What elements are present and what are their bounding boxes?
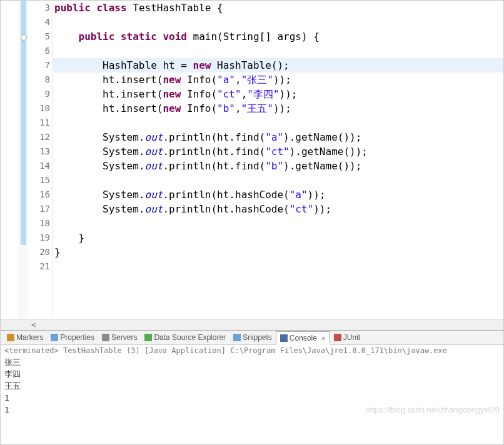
- console-output-line: 王五: [4, 380, 500, 392]
- horizontal-scrollbar[interactable]: <: [1, 319, 503, 330]
- console-icon: [280, 334, 288, 342]
- code-line[interactable]: [53, 15, 503, 29]
- line-number: 21: [28, 259, 50, 274]
- snippets-icon: [233, 334, 241, 341]
- code-line[interactable]: ht.insert(new Info("b","王五"));: [53, 101, 503, 116]
- line-number: 5: [28, 29, 50, 44]
- tab-junit[interactable]: JUnit: [330, 331, 364, 344]
- line-number: 20: [28, 245, 50, 259]
- code-line[interactable]: [53, 44, 503, 58]
- code-line[interactable]: ht.insert(new Info("a","张三"));: [53, 72, 503, 87]
- code-line[interactable]: [53, 259, 503, 274]
- line-number: 7: [28, 58, 50, 72]
- line-number: 19: [28, 231, 50, 245]
- code-line[interactable]: HashTable ht = new HashTable();: [53, 58, 503, 72]
- line-number: 17: [28, 202, 50, 216]
- line-number: 13: [28, 144, 50, 159]
- servers-icon: [102, 334, 109, 341]
- line-number: 16: [28, 188, 50, 202]
- line-number: 11: [28, 116, 50, 130]
- code-line[interactable]: System.out.println(ht.find("b").getName(…: [53, 159, 503, 173]
- tab-label: Markers: [16, 333, 43, 342]
- code-line[interactable]: }: [53, 245, 503, 259]
- markers-icon: [7, 334, 14, 341]
- tab-properties[interactable]: Properties: [47, 331, 98, 344]
- code-line[interactable]: System.out.println(ht.find("ct").getName…: [53, 144, 503, 159]
- views-tab-bar[interactable]: MarkersPropertiesServersData Source Expl…: [1, 330, 503, 345]
- console-output-line: 1: [4, 392, 500, 404]
- code-line[interactable]: [53, 116, 503, 130]
- scroll-left-icon[interactable]: <: [29, 321, 38, 329]
- tab-label: Servers: [111, 333, 137, 342]
- line-number: 10: [28, 101, 50, 116]
- code-line[interactable]: }: [53, 231, 503, 245]
- close-icon[interactable]: ✕: [321, 335, 326, 342]
- code-editor[interactable]: 3456789101112131415161718192021 public c…: [1, 1, 503, 319]
- console-output-line: 李四: [4, 368, 500, 380]
- line-number: 14: [28, 159, 50, 173]
- junit-icon: [334, 334, 341, 341]
- code-line[interactable]: System.out.println(ht.find("a").getName(…: [53, 130, 503, 144]
- line-number: 3: [28, 1, 50, 15]
- fold-bar[interactable]: [19, 1, 28, 319]
- line-number: 18: [28, 216, 50, 231]
- code-line[interactable]: ht.insert(new Info("ct","李四"));: [53, 87, 503, 101]
- code-line[interactable]: [53, 173, 503, 188]
- tab-servers[interactable]: Servers: [98, 331, 141, 344]
- tab-data-source-explorer[interactable]: Data Source Explorer: [141, 331, 229, 344]
- console-header: <terminated> TestHashTable (3) [Java App…: [4, 346, 500, 356]
- properties-icon: [51, 334, 58, 341]
- console-output-line: 张三: [4, 356, 500, 368]
- tab-markers[interactable]: Markers: [3, 331, 47, 344]
- tab-snippets[interactable]: Snippets: [229, 331, 276, 344]
- code-line[interactable]: public class TestHashTable {: [53, 1, 503, 15]
- data-source-explorer-icon: [144, 334, 152, 341]
- console-output-line: 1: [4, 404, 500, 416]
- console-view[interactable]: <terminated> TestHashTable (3) [Java App…: [1, 345, 503, 417]
- line-number: 15: [28, 173, 50, 188]
- code-line[interactable]: System.out.println(ht.hashCode("ct"));: [53, 202, 503, 216]
- tab-label: Snippets: [243, 333, 272, 342]
- line-number: 8: [28, 72, 50, 87]
- line-number: 9: [28, 87, 50, 101]
- tab-label: Console: [290, 334, 317, 342]
- tab-label: JUnit: [343, 333, 360, 342]
- code-pane[interactable]: public class TestHashTable { public stat…: [53, 1, 503, 319]
- tab-label: Properties: [60, 333, 94, 342]
- line-number: 6: [28, 44, 50, 58]
- line-number: 12: [28, 130, 50, 144]
- tab-console[interactable]: Console✕: [276, 331, 330, 345]
- line-number-gutter[interactable]: 3456789101112131415161718192021: [28, 1, 53, 319]
- code-line[interactable]: public static void main(String[] args) {: [53, 29, 503, 44]
- left-margin: [1, 1, 19, 319]
- code-line[interactable]: System.out.println(ht.hashCode("a"));: [53, 188, 503, 202]
- code-line[interactable]: [53, 216, 503, 231]
- line-number: 4: [28, 15, 50, 29]
- tab-label: Data Source Explorer: [154, 333, 226, 342]
